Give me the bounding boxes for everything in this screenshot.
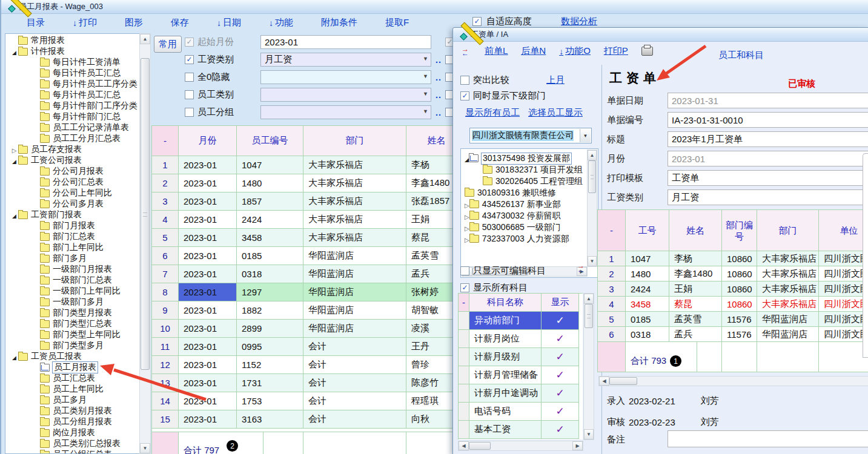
subject-row[interactable]: 计薪月岗位 ✓ <box>459 330 583 348</box>
column-header[interactable]: 工号 <box>626 210 669 251</box>
menubar-item[interactable]: ↓ 打印 <box>73 17 97 28</box>
column-header[interactable]: - <box>459 294 469 312</box>
filter-checkbox[interactable] <box>185 38 194 47</box>
show-sublevel-checkbox[interactable] <box>460 91 469 100</box>
table-row[interactable]: 5 2023-01 3458 大丰家乐福店 蔡昆 <box>152 229 454 247</box>
more-options-button[interactable]: .. <box>436 55 445 65</box>
scroll-left-icon[interactable]: ◀ <box>599 377 609 386</box>
table-row[interactable]: 10 2023-01 2899 华阳蓝润店 凌溪 <box>152 320 454 338</box>
scroll-thumb[interactable] <box>609 377 637 385</box>
scroll-up-icon[interactable]: ▲ <box>140 34 150 44</box>
employee-row[interactable]: 3 2424 王娟 10860 大丰家乐福店 四川浙文眼 <box>598 281 868 297</box>
tree-expand-icon[interactable] <box>10 352 18 361</box>
employee-subject-link[interactable]: 员工和科目 <box>718 50 764 61</box>
autofit-checkbox[interactable] <box>472 17 482 26</box>
report-tree-item[interactable]: 每日计件工资清单 <box>5 57 140 68</box>
table-row[interactable]: 13 2023-01 1731 会计 陈彦竹 <box>152 374 454 392</box>
report-tree-item[interactable]: 每月计件部门工序分类 <box>5 100 140 111</box>
filter-field[interactable] <box>260 105 431 119</box>
report-tree-item[interactable]: 员工类别月报表 <box>5 406 140 416</box>
report-tree-item[interactable]: 岗位月报表 <box>5 427 140 438</box>
tree-expand-icon[interactable] <box>465 211 469 221</box>
column-header[interactable]: 月份 <box>179 126 237 156</box>
table-row[interactable]: 1 2023-01 1047 大丰家乐福店 李杨 <box>152 156 454 174</box>
report-tree-item[interactable]: 员工分组月报表 <box>5 416 140 427</box>
menubar-item[interactable]: ↓ 功能 <box>269 17 293 28</box>
scroll-up-icon[interactable]: ▲ <box>584 294 594 304</box>
scroll-thumb[interactable] <box>585 304 593 328</box>
filter-field[interactable] <box>260 88 431 102</box>
field-input[interactable]: 月工资 <box>668 189 868 205</box>
tree-scrollbar[interactable]: ▲ ▼ <box>139 33 151 454</box>
report-tree-item[interactable]: 每月计件员工工序分类 <box>5 79 140 90</box>
printer-icon[interactable] <box>641 47 653 56</box>
column-header[interactable]: - <box>152 126 179 156</box>
tree-expand-icon[interactable] <box>10 210 18 220</box>
more-options-button[interactable]: .. <box>436 108 445 117</box>
table-row[interactable]: 11 2023-01 0995 会计 王丹 <box>152 338 454 356</box>
report-tree-item[interactable]: 每月计件部门汇总 <box>5 111 140 122</box>
field-input[interactable]: 2023年1月工资单 <box>668 131 868 147</box>
table-row[interactable]: 14 2023-01 1753 会计 程瑶琪 <box>152 392 454 410</box>
report-tree-item[interactable]: 分公司汇总表 <box>5 177 140 188</box>
column-header[interactable]: 科目名称 <box>469 294 542 312</box>
menubar-item[interactable]: ↓ 提取F <box>385 17 409 28</box>
note-input[interactable] <box>668 430 868 447</box>
table-row[interactable]: 12 2023-01 1152 会计 曾珍 <box>152 356 454 374</box>
select-employees-link[interactable]: 选择员工显示 <box>528 107 583 119</box>
report-tree-item[interactable]: 员工类别汇总报表 <box>5 438 140 449</box>
report-tree-item[interactable]: 部门类型汇总表 <box>5 318 140 329</box>
column-header[interactable]: 姓名 <box>406 126 454 156</box>
table-row[interactable]: 15 2023-01 3163 会计 向秋 <box>152 410 454 429</box>
all-subjects-checkbox[interactable] <box>460 283 469 292</box>
column-header[interactable]: - <box>598 210 626 251</box>
report-tree-item[interactable]: 员工上年同比 <box>5 384 140 395</box>
popup-toolbar-item[interactable]: ↓ 功能O <box>559 45 591 57</box>
tree-expand-icon[interactable] <box>10 145 18 154</box>
company-combobox[interactable]: 四川浙文眼镜有限责任公司 ▼ <box>469 128 592 143</box>
swap-icon[interactable] <box>462 47 471 56</box>
report-tree-item[interactable]: 每月计件员工汇总 <box>5 90 140 100</box>
common-button[interactable]: 常用 <box>154 36 182 53</box>
report-tree-item[interactable]: 部门类型月报表 <box>5 308 140 318</box>
table-row[interactable]: 3 2023-01 1857 大丰家乐福店 张磊1857 <box>152 192 454 211</box>
report-tree-item[interactable]: 员工工分记录清单表 <box>5 122 140 133</box>
report-tree-item[interactable]: 员工工分月汇总表 <box>5 133 140 144</box>
field-input[interactable]: IA-23-01-31-0010 <box>668 112 868 128</box>
filter-field[interactable]: 月工资 <box>260 53 431 67</box>
data-analysis-link[interactable]: 数据分析 <box>561 16 597 27</box>
column-header[interactable]: 员工编号 <box>237 126 303 156</box>
subject-vscrollbar[interactable]: ▲ ▼ <box>583 293 594 440</box>
table-row[interactable]: 7 2023-01 0318 华阳蓝润店 孟兵 <box>152 265 454 283</box>
report-tree-item[interactable]: 一级部门月报表 <box>5 264 140 275</box>
dept-tree-vscrollbar[interactable]: ▲ ▼ <box>587 150 597 267</box>
department-tree-item[interactable]: 434730032 停薪留职 <box>461 210 598 222</box>
field-input[interactable]: 2023-01 <box>668 151 868 166</box>
menubar-item[interactable]: ↓ 附加条件 <box>321 17 357 28</box>
report-tree-item[interactable]: 部门多月 <box>5 253 140 264</box>
report-tree-item[interactable]: 员工分组汇总表 <box>5 449 140 454</box>
subject-row[interactable]: 计薪月级别 ✓ <box>459 348 583 366</box>
employee-row[interactable]: 4 3458 蔡昆 10860 大丰家乐福店 四川浙文眼 <box>598 297 868 312</box>
scroll-up-icon[interactable]: ▲ <box>588 150 597 160</box>
column-header[interactable]: 姓名 <box>669 210 722 251</box>
column-header[interactable]: 部门 <box>303 126 406 156</box>
report-tree-item[interactable]: 一级部门汇总表 <box>5 275 140 286</box>
department-tree-item[interactable]: 503006685 一级部门 <box>461 222 598 233</box>
report-tree-item[interactable]: 计件报表 <box>5 46 140 57</box>
show-all-employees-link[interactable]: 显示所有员工 <box>465 107 520 119</box>
employee-row[interactable]: 1 1047 李杨 10860 大丰家乐福店 四川浙文眼 <box>598 251 868 266</box>
report-tree-item[interactable]: 分公司多月表 <box>5 199 140 209</box>
department-tree-item[interactable]: 732337003 人力资源部 <box>461 233 598 245</box>
department-tree-item[interactable]: 434526137 新事业部 <box>461 199 598 210</box>
subject-row[interactable]: 计薪月管理储备 ✓ <box>459 366 583 384</box>
report-tree-item[interactable]: 常用报表 <box>5 35 140 46</box>
tree-expand-icon[interactable] <box>10 47 18 56</box>
scroll-down-icon[interactable]: ▼ <box>588 256 597 266</box>
scroll-thumb[interactable] <box>141 58 150 370</box>
scroll-down-icon[interactable]: ▼ <box>140 443 150 453</box>
popup-toolbar-item[interactable]: ↓ 前单L <box>485 45 508 57</box>
scroll-right-icon[interactable]: ▶ <box>572 441 583 450</box>
column-header[interactable]: 显示 <box>542 294 579 312</box>
prev-month-link[interactable]: 上月 <box>546 74 565 86</box>
